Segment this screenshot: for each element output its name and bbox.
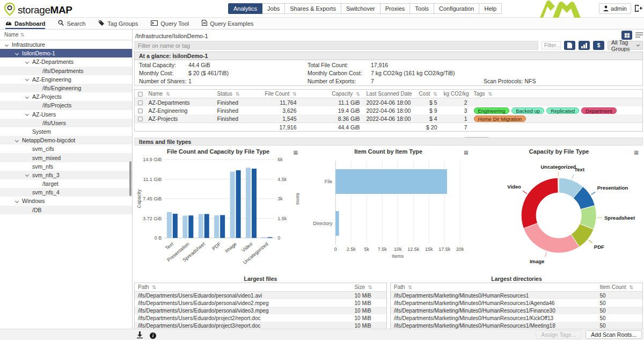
nav-tab-jobs[interactable]: Jobs xyxy=(262,3,285,14)
path-row[interactable]: /ifs/Departments/Users/Eduardo/personal/… xyxy=(135,292,387,300)
svg-text:Video: Video xyxy=(507,184,521,190)
tree-item-az-engineering[interactable]: AZ-Engineering xyxy=(0,75,132,84)
chevron-down-icon[interactable] xyxy=(15,199,19,203)
nav-tab-proxies[interactable]: Proxies xyxy=(380,3,411,14)
tree-item-system[interactable]: System xyxy=(0,127,132,136)
chart-button[interactable] xyxy=(579,41,590,50)
tree-item-svm-cifs[interactable]: svm_cifs xyxy=(0,144,132,153)
tree-item--ifs-projects[interactable]: /ifs/Projects xyxy=(0,101,132,110)
tag-pill-department[interactable]: Department xyxy=(581,107,617,114)
row-checkbox[interactable] xyxy=(138,117,143,121)
tag-pill-engineering[interactable]: Engineering xyxy=(474,107,510,114)
chevron-down-icon[interactable] xyxy=(25,77,29,81)
column-header-name[interactable]: Name ⇅ xyxy=(145,90,214,98)
tag-pill-replicated[interactable]: Replicated xyxy=(546,107,579,114)
tree-item--ifs-departments[interactable]: /ifs/Departments xyxy=(0,67,132,75)
tree-item-az-users[interactable]: AZ-Users xyxy=(0,110,132,119)
row-checkbox[interactable] xyxy=(138,108,143,113)
tree-item-svm-nfs-4[interactable]: svm_nfs_4 xyxy=(0,188,132,197)
share-row-az-engineering[interactable]: AZ-EngineeringFinished3,62619.4 GiB2022-… xyxy=(135,106,643,114)
column-header-status[interactable]: Status ⇅ xyxy=(214,90,258,98)
cost-button[interactable]: $ xyxy=(593,41,604,50)
tree-item-az-projects[interactable]: AZ-Projects xyxy=(0,92,132,101)
charts-row: ≡File Count and Capacity by File Type0 B… xyxy=(134,147,643,274)
toolbar-item-query-examples[interactable]: Query Examples xyxy=(202,18,253,29)
chart-menu-icon[interactable]: ≡ xyxy=(294,149,298,156)
tree-item-windows[interactable]: Windows xyxy=(0,197,132,205)
tree-item--db[interactable]: /DB xyxy=(0,206,132,214)
path-row[interactable]: /ifs/Departments/Users/Eduardo/personal/… xyxy=(135,299,387,307)
chevron-down-icon[interactable] xyxy=(25,173,29,177)
share-row-az-projects[interactable]: AZ-ProjectsFinished1,5458.36 GiB2022-04-… xyxy=(135,114,643,123)
path-row[interactable]: /ifs/Departments/Marketing/Minutes0/Huma… xyxy=(391,322,643,329)
user-menu-button[interactable]: admin xyxy=(599,3,631,14)
row-checkbox[interactable] xyxy=(138,100,143,105)
tag-pill-backed-up[interactable]: Backed up xyxy=(511,107,544,114)
column-header-kg-co2-kg[interactable]: kg CO2/kg ⇅ xyxy=(441,90,471,98)
toolbar-item-tag-groups[interactable]: Tag Groups xyxy=(98,18,138,29)
toolbar-item-search[interactable]: Search xyxy=(58,18,85,29)
column-header-item-count[interactable]: Item Count ⇅ xyxy=(597,283,643,292)
column-header-size[interactable]: Size ⇅ xyxy=(352,283,387,292)
path-row[interactable]: /ifs/Departments/Marketing/Minutes0/Huma… xyxy=(391,299,643,307)
path-row[interactable]: /ifs/Departments/Users/Eduardo/project2/… xyxy=(135,314,387,322)
tree-item-svm-nfs-3[interactable]: svm_nfs_3 xyxy=(0,171,132,179)
column-header-path[interactable]: Path ⇅ xyxy=(391,283,597,292)
path-row[interactable]: /ifs/Departments/Marketing/Minutes0/Huma… xyxy=(391,314,643,322)
add-scan-roots-button[interactable]: Add Scan Roots... xyxy=(586,330,642,339)
column-header-capacity[interactable]: Capacity ⇅ xyxy=(300,90,363,98)
column-header-cost[interactable]: Cost ⇅ xyxy=(413,90,441,98)
cell-path: /ifs/Departments/Marketing/Minutes0/Huma… xyxy=(391,307,597,314)
tag-groups-dropdown[interactable]: All Tag Groups xyxy=(608,41,643,50)
tag-pill-home-dir-migration[interactable]: Home Dir Migration xyxy=(474,115,526,122)
chevron-down-icon[interactable] xyxy=(25,60,29,64)
sidebar-scrollbar[interactable] xyxy=(129,161,131,196)
grid-view-button[interactable] xyxy=(621,31,632,40)
mini-filter-input[interactable] xyxy=(541,41,561,49)
tree-item--ifs-users[interactable]: /ifs/Users xyxy=(0,119,132,127)
list-view-button[interactable] xyxy=(635,32,643,39)
chevron-down-icon[interactable] xyxy=(5,43,9,47)
report-button[interactable] xyxy=(564,41,575,50)
nav-tab-tools[interactable]: Tools xyxy=(410,3,434,14)
download-icon[interactable] xyxy=(136,331,143,340)
path-row[interactable]: /ifs/Departments/Marketing/Minutes0/Huma… xyxy=(391,292,643,300)
assign-tags-button[interactable]: Assign Tags... xyxy=(536,330,581,339)
toolbar-item-dashboard[interactable]: Dashboard xyxy=(5,18,45,29)
column-header-file-count[interactable]: File Count ⇅ xyxy=(258,90,300,98)
column-header-last-scanned-date[interactable]: Last Scanned Date ⇅ xyxy=(363,90,413,98)
logout-icon[interactable] xyxy=(634,4,643,15)
chart-menu-icon[interactable]: ≡ xyxy=(634,149,639,156)
info-icon[interactable]: i xyxy=(150,332,156,339)
toolbar-item-query-tool[interactable]: Query Tool xyxy=(151,18,189,29)
tree-item-az-departments[interactable]: AZ-Departments xyxy=(0,57,132,66)
column-header-path[interactable]: Path ⇅ xyxy=(135,283,352,292)
sidebar-name-column-header[interactable]: Name⇅ xyxy=(0,30,132,40)
share-row-az-departments[interactable]: AZ-DepartmentsFinished11,76411.1 GiB2022… xyxy=(135,98,643,107)
nav-tab-configuration[interactable]: Configuration xyxy=(434,3,479,14)
nav-tab-switchover[interactable]: Switchover xyxy=(341,3,380,14)
nav-tab-help[interactable]: Help xyxy=(479,3,502,14)
file-count-capacity-chart: ≡File Count and Capacity by File Type0 B… xyxy=(134,147,302,274)
nav-tab-shares-exports[interactable]: Shares & Exports xyxy=(285,3,341,14)
column-header-tags[interactable]: Tags ⇅ xyxy=(471,90,643,98)
chart-menu-icon[interactable]: ≡ xyxy=(464,149,469,156)
tree-item-infrastructure[interactable]: Infrastructure xyxy=(0,40,132,49)
select-all-checkbox[interactable] xyxy=(138,92,143,97)
tree-item--ifs-engineering[interactable]: /ifs/Engineering xyxy=(0,84,132,92)
chevron-down-icon[interactable] xyxy=(15,139,19,142)
path-row[interactable]: /ifs/Departments/Users/Eduardo/project3/… xyxy=(135,322,387,329)
tree-item-svm-nfs[interactable]: svm_nfs xyxy=(0,162,132,171)
chevron-down-icon[interactable] xyxy=(25,95,29,99)
nav-tab-analytics[interactable]: Analytics xyxy=(228,3,262,14)
tree-item-svm-mixed[interactable]: svm_mixed xyxy=(0,153,132,162)
path-row[interactable]: /ifs/Departments/Users/Eduardo/personal/… xyxy=(135,307,387,314)
tree-item--target[interactable]: /target xyxy=(0,179,132,188)
chevron-down-icon[interactable] xyxy=(25,112,29,116)
path-row[interactable]: /ifs/Departments/Marketing/Minutes0/Huma… xyxy=(391,307,643,314)
name-tag-filter-input[interactable] xyxy=(134,41,538,50)
tree-item-isilondemo-1[interactable]: IsilonDemo-1 xyxy=(0,49,132,57)
tree-item-netappdemo-bigcdot[interactable]: NetappDemo-bigcdot xyxy=(0,136,132,144)
tree-item-label: IsilonDemo-1 xyxy=(22,50,55,56)
chevron-down-icon[interactable] xyxy=(15,52,19,55)
